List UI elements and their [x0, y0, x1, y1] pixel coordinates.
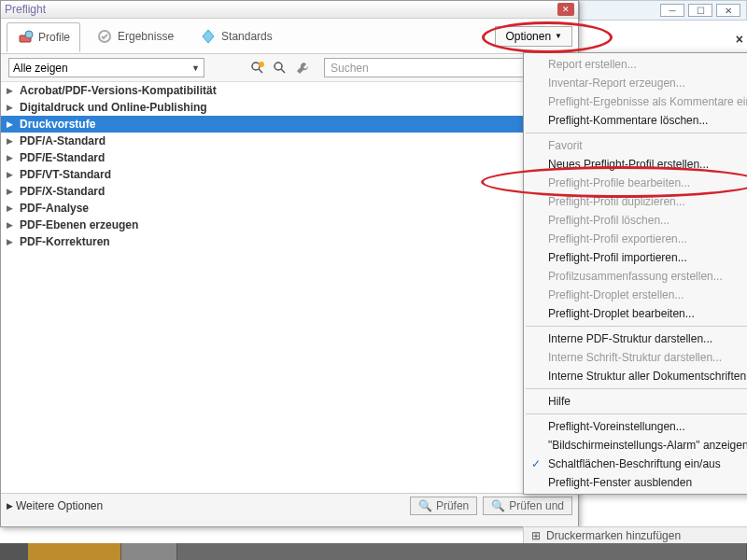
triangle-right-icon: ▶ [7, 136, 16, 146]
category-row[interactable]: ▶PDF-Ebenen erzeugen [1, 217, 578, 233]
category-row[interactable]: ▶PDF/VT-Standard [1, 166, 578, 183]
tab-label: Standards [221, 30, 273, 43]
menu-kommentare-loeschen[interactable]: Preflight-Kommentare löschen... [524, 111, 747, 130]
svg-point-6 [259, 62, 264, 67]
category-row[interactable]: ▶Acrobat/PDF-Versions-Kompatibilität [1, 82, 578, 99]
category-label: Digitaldruck und Online-Publishing [20, 101, 207, 114]
menu-pdf-struktur[interactable]: Interne PDF-Struktur darstellen... [524, 329, 747, 348]
options-dropdown[interactable]: Optionen ▼ [495, 26, 572, 47]
options-label: Optionen [505, 30, 551, 43]
category-row[interactable]: ▶PDF/E-Standard [1, 149, 578, 166]
menu-importieren[interactable]: Preflight-Profil importieren... [524, 248, 747, 267]
menu-separator [526, 326, 747, 327]
svg-line-5 [259, 69, 262, 73]
crop-icon: ⊞ [531, 529, 541, 542]
category-row[interactable]: ▶Digitaldruck und Online-Publishing [1, 99, 578, 116]
check-fix-button[interactable]: 🔍 Prüfen und [483, 497, 572, 515]
close-icon[interactable]: ✕ [557, 3, 574, 16]
category-label: PDF-Korrekturen [20, 235, 110, 248]
menu-ausblenden[interactable]: Preflight-Fenster ausblenden [524, 473, 747, 492]
triangle-right-icon: ▶ [7, 237, 16, 246]
menu-bearbeiten[interactable]: Preflight-Profile bearbeiten... [524, 174, 747, 192]
category-row[interactable]: ▶PDF/X-Standard [1, 183, 578, 200]
category-row[interactable]: ▶PDF/A-Standard [1, 133, 578, 149]
panel-close-icon[interactable]: × [736, 32, 743, 47]
more-options-toggle[interactable]: ▶ Weitere Optionen [7, 499, 103, 512]
category-label: Acrobat/PDF-Versions-Kompatibilität [20, 84, 217, 97]
menu-beschriftung[interactable]: Schaltflächen-Beschriftung ein/aus [524, 455, 747, 473]
menu-exportieren[interactable]: Preflight-Profil exportieren... [524, 230, 747, 248]
triangle-right-icon: ▶ [7, 203, 16, 213]
maximize-button[interactable]: ☐ [688, 4, 712, 17]
menu-alle-schriften[interactable]: Interne Struktur aller Dokumentschriften… [524, 367, 747, 385]
menu-favorit[interactable]: Favorit [524, 136, 747, 155]
results-icon [96, 28, 113, 45]
magnifier-icon: 🔍 [418, 499, 432, 512]
check-fix-label: Prüfen und [509, 499, 564, 512]
menu-schrift-struktur[interactable]: Interne Schrift-Struktur darstellen... [524, 348, 747, 367]
category-label: PDF/X-Standard [20, 185, 105, 198]
preflight-window: Preflight ✕ Profile Ergebnisse Standards… [0, 0, 579, 527]
tab-profile[interactable]: Profile [7, 22, 80, 52]
svg-marker-3 [203, 30, 214, 43]
menu-neues-profil[interactable]: Neues Preflight-Profil erstellen... [524, 155, 747, 174]
minimize-button[interactable]: ─ [660, 4, 684, 17]
menu-voreinstellungen[interactable]: Preflight-Voreinstellungen... [524, 417, 747, 436]
triangle-right-icon: ▶ [7, 119, 16, 129]
category-label: Druckvorstufe [20, 118, 95, 131]
standards-icon [200, 28, 217, 45]
menu-inventar[interactable]: Inventar-Report erzeugen... [524, 74, 747, 92]
menu-loeschen[interactable]: Preflight-Profil löschen... [524, 211, 747, 230]
titlebar: Preflight ✕ [1, 1, 578, 19]
check-button[interactable]: 🔍 Prüfen [410, 497, 477, 515]
tab-label: Profile [38, 31, 70, 44]
filter-select[interactable]: Alle zeigen ▼ [8, 58, 204, 77]
menu-hilfe[interactable]: Hilfe [524, 392, 747, 411]
category-label: PDF-Ebenen erzeugen [20, 218, 138, 231]
find-icon[interactable] [270, 58, 290, 78]
parent-window-controls: ─ ☐ ✕ [579, 0, 747, 21]
tab-label: Ergebnisse [118, 30, 174, 43]
svg-point-1 [25, 31, 33, 38]
menu-bildschirm-alarm[interactable]: "Bildschirmeinstellungs-Alarm" anzeigen.… [524, 436, 747, 455]
profile-category-list: ▶Acrobat/PDF-Versions-Kompatibilität▶Dig… [1, 82, 578, 493]
menu-separator [526, 133, 747, 133]
menu-duplizieren[interactable]: Preflight-Profil duplizieren... [524, 192, 747, 211]
triangle-right-icon: ▶ [7, 220, 16, 230]
tab-ergebnisse[interactable]: Ergebnisse [86, 21, 184, 51]
filter-label: Alle zeigen [13, 62, 68, 75]
tab-bar: Profile Ergebnisse Standards Optionen ▼ [1, 19, 578, 54]
category-row[interactable]: ▶PDF-Korrekturen [1, 233, 578, 250]
category-label: PDF/VT-Standard [20, 168, 111, 181]
category-row[interactable]: ▶PDF-Analyse [1, 200, 578, 217]
window-title: Preflight [5, 3, 46, 16]
profile-icon [17, 29, 34, 46]
menu-als-kommentare[interactable]: Preflight-Ergebnisse als Kommentare einf [524, 92, 747, 111]
svg-line-8 [281, 69, 285, 73]
category-label: PDF/E-Standard [20, 151, 105, 164]
menu-droplet-bearbeiten[interactable]: Preflight-Droplet bearbeiten... [524, 304, 747, 323]
triangle-right-icon: ▶ [7, 153, 16, 162]
menu-droplet-erstellen[interactable]: Preflight-Droplet erstellen... [524, 286, 747, 304]
triangle-right-icon: ▶ [7, 103, 16, 112]
category-label: PDF/A-Standard [20, 134, 106, 147]
category-row[interactable]: ▶Druckvorstufe [1, 116, 578, 133]
status-bar [0, 543, 747, 560]
close-button[interactable]: ✕ [716, 4, 740, 17]
right-status-bar: ⊞ Druckermarken hinzufügen [523, 526, 747, 543]
triangle-right-icon: ▶ [7, 86, 16, 95]
more-options-label: Weitere Optionen [16, 499, 103, 512]
status-text: Druckermarken hinzufügen [546, 529, 681, 542]
tab-standards[interactable]: Standards [190, 21, 283, 51]
wrench-icon[interactable] [292, 58, 313, 78]
menu-separator [526, 388, 747, 389]
tool-icons [247, 58, 313, 78]
chevron-down-icon: ▼ [555, 32, 562, 40]
find-check-icon[interactable] [247, 58, 268, 78]
menu-report[interactable]: Report erstellen... [524, 55, 747, 74]
check-label: Prüfen [436, 499, 469, 512]
category-label: PDF-Analyse [20, 202, 89, 215]
svg-point-7 [275, 63, 282, 70]
menu-zusammenfassung[interactable]: Profilzusammenfassung erstellen... [524, 267, 747, 286]
search-placeholder: Suchen [331, 62, 369, 75]
